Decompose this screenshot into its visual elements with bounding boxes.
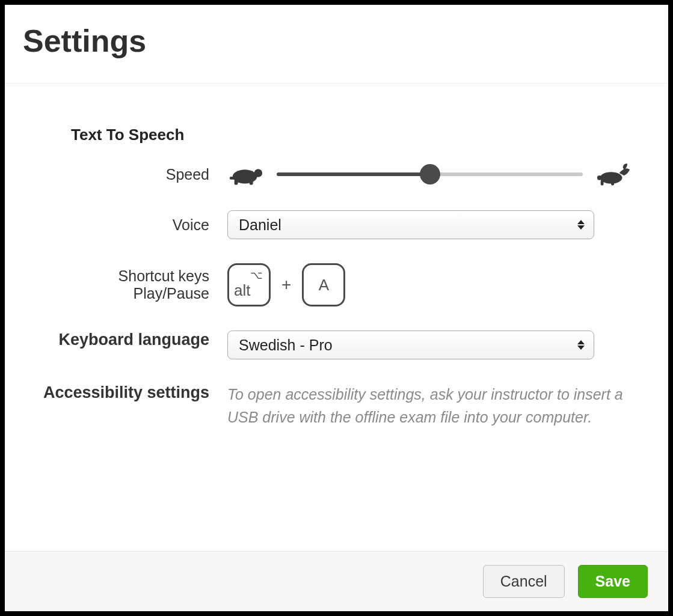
- chevron-up-down-icon: [577, 339, 585, 351]
- keyboard-language-select[interactable]: Swedish - Pro: [227, 331, 594, 359]
- accessibility-help-text: To open accessibility settings, ask your…: [227, 383, 630, 428]
- row-speed: Speed: [41, 162, 632, 186]
- svg-rect-2: [235, 180, 238, 185]
- row-accessibility: Accessibility settings To open accessibi…: [41, 383, 632, 428]
- settings-dialog: Settings Text To Speech Speed: [0, 0, 673, 616]
- accessibility-label: Accessibility settings: [41, 383, 227, 402]
- keyboard-language-value: Swedish - Pro: [239, 337, 333, 354]
- svg-rect-7: [611, 180, 614, 186]
- cancel-button[interactable]: Cancel: [483, 565, 565, 598]
- rabbit-icon: [595, 162, 632, 186]
- voice-label: Voice: [41, 216, 227, 234]
- speed-slider[interactable]: [277, 165, 583, 183]
- key-modifier: ⌥ alt: [227, 263, 271, 306]
- voice-select[interactable]: Daniel: [227, 210, 594, 239]
- slider-thumb[interactable]: [420, 164, 440, 184]
- row-voice: Voice Daniel: [41, 210, 632, 239]
- keyboard-language-label: Keyboard language: [41, 331, 227, 349]
- slider-track-fill: [277, 172, 430, 176]
- section-tts-title: Text To Speech: [71, 126, 632, 144]
- dialog-footer: Cancel Save: [5, 551, 668, 611]
- shortcut-label-line1: Shortcut keys: [41, 267, 209, 285]
- svg-rect-3: [250, 180, 253, 185]
- speed-label: Speed: [41, 166, 227, 183]
- page-title: Settings: [23, 23, 650, 59]
- turtle-icon: [227, 162, 265, 186]
- plus-separator: +: [281, 275, 291, 294]
- key-modifier-text: alt: [234, 281, 250, 300]
- shortcut-label-line2: Play/Pause: [41, 285, 209, 302]
- option-glyph-icon: ⌥: [250, 269, 263, 282]
- dialog-header: Settings: [5, 5, 668, 84]
- svg-point-8: [597, 175, 602, 180]
- row-shortcut: Shortcut keys Play/Pause ⌥ alt + A: [41, 263, 632, 306]
- svg-rect-6: [601, 180, 604, 186]
- svg-rect-4: [230, 177, 235, 180]
- shortcut-label: Shortcut keys Play/Pause: [41, 267, 227, 302]
- svg-point-1: [254, 169, 263, 177]
- key-main-text: A: [319, 276, 329, 294]
- save-button[interactable]: Save: [578, 565, 648, 598]
- row-keyboard-language: Keyboard language Swedish - Pro: [41, 331, 632, 359]
- chevron-up-down-icon: [577, 219, 585, 231]
- dialog-body: Text To Speech Speed: [5, 84, 668, 551]
- voice-select-value: Daniel: [239, 216, 281, 234]
- key-main: A: [302, 263, 345, 306]
